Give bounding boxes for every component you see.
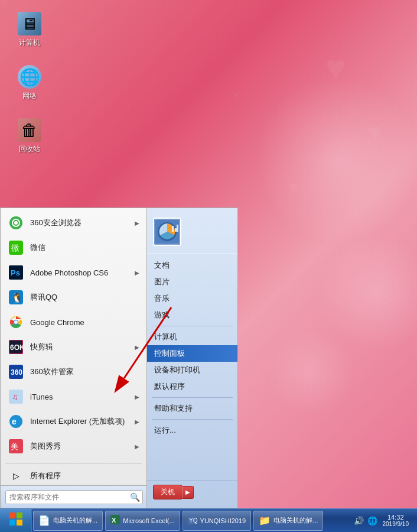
taskbar: 📄 电脑关机的解... X Microsoft Excel(... YQ YUN… — [0, 508, 417, 532]
svg-text:♫: ♫ — [12, 392, 18, 401]
submenu-arrow: ▶ — [135, 419, 139, 425]
svg-text:🐧: 🐧 — [11, 292, 23, 303]
start-menu-right-panel: 文档 图片 音乐 游戏 计算机 控制面板 设备和打印机 默认程序 — [146, 207, 238, 508]
clock-date: 2019/9/10 — [383, 521, 409, 527]
kuaijian-icon: 6OK — [8, 339, 24, 355]
start-button[interactable] — [0, 509, 32, 533]
taskbar-label-2: Microsoft Excel(... — [123, 517, 174, 524]
start-item-itunes[interactable]: ♫ iTunes ▶ — [1, 384, 146, 409]
desktop-icon-network[interactable]: 网络 — [9, 65, 50, 101]
right-divider-3 — [152, 419, 233, 420]
search-button[interactable]: 🔍 — [128, 490, 142, 504]
taskbar-label-1: 电脑关机的解... — [53, 516, 97, 525]
shutdown-arrow-button[interactable]: ▶ — [182, 486, 194, 499]
taskbar-item-2[interactable]: X Microsoft Excel(... — [105, 511, 180, 531]
start-divider — [5, 463, 142, 464]
start-item-photoshop-label: Adobe Photoshop CS6 — [30, 268, 135, 277]
taskbar-icon-3: YQ — [188, 515, 197, 527]
start-item-itunes-label: iTunes — [30, 392, 135, 401]
svg-rect-32 — [17, 512, 22, 518]
start-item-qq[interactable]: 🐧 腾讯QQ — [1, 285, 146, 310]
right-item-docs[interactable]: 文档 — [147, 257, 237, 274]
start-item-meitu[interactable]: 美 美图秀秀 ▶ — [1, 434, 146, 459]
all-programs-icon: ▷ — [8, 468, 24, 484]
right-item-control-label: 控制面板 — [154, 348, 185, 359]
system-tray: 🔊 🌐 14:32 2019/9/10 — [352, 514, 418, 527]
svg-rect-27 — [172, 226, 174, 232]
start-item-wechat[interactable]: 微 微信 — [1, 235, 146, 260]
network-icon-label: 网络 — [22, 91, 37, 101]
start-item-360soft[interactable]: 360 360软件管家 — [1, 359, 146, 384]
right-item-docs-label: 文档 — [154, 260, 170, 271]
start-item-photoshop[interactable]: Ps Adobe Photoshop CS6 ▶ — [1, 260, 146, 285]
computer-icon — [18, 12, 41, 35]
start-menu: 360安全浏览器 ▶ 微 微信 — [0, 207, 238, 508]
ie-icon: e — [8, 413, 24, 430]
svg-text:微: 微 — [11, 243, 19, 252]
360browser-icon — [8, 215, 24, 231]
start-item-ie-label: Internet Explorer (无加载项) — [30, 416, 135, 427]
start-search-bar: 🔍 — [1, 485, 146, 508]
desktop-icon-recycle[interactable]: 回收站 — [9, 118, 50, 154]
svg-point-5 — [14, 221, 18, 225]
heart-decoration: ♥ — [325, 47, 346, 88]
wechat-icon: 微 — [8, 239, 24, 256]
submenu-arrow: ▶ — [135, 344, 139, 351]
right-item-help[interactable]: 帮助和支持 — [147, 400, 237, 417]
start-item-wechat-label: 微信 — [30, 242, 139, 253]
right-item-music[interactable]: 音乐 — [147, 290, 237, 307]
submenu-arrow: ▶ — [135, 270, 139, 276]
svg-point-14 — [14, 320, 18, 324]
360soft-icon: 360 — [8, 364, 24, 380]
qq-icon: 🐧 — [8, 289, 24, 306]
photoshop-icon: Ps — [8, 264, 24, 281]
start-item-meitu-label: 美图秀秀 — [30, 441, 135, 452]
right-divider — [152, 326, 233, 326]
start-item-chrome[interactable]: Google Chrome — [1, 310, 146, 335]
taskbar-label-3: YUNQISHI2019 — [200, 517, 246, 524]
tray-icon-volume[interactable]: 🔊 — [354, 516, 364, 525]
svg-text:360: 360 — [11, 368, 22, 377]
right-item-defaults[interactable]: 默认程序 — [147, 378, 237, 395]
desktop: 计算机 网络 回收站 ♥ ♥ ♥ ♥ — [0, 0, 417, 532]
svg-rect-29 — [177, 225, 178, 232]
taskbar-item-3[interactable]: YQ YUNQISHI2019 — [183, 511, 252, 531]
submenu-arrow: ▶ — [135, 443, 139, 450]
search-input[interactable] — [5, 490, 143, 504]
svg-rect-33 — [9, 520, 15, 525]
right-item-computer[interactable]: 计算机 — [147, 329, 237, 345]
start-item-360browser-label: 360安全浏览器 — [30, 218, 135, 228]
right-item-run-label: 运行... — [154, 425, 176, 436]
shutdown-button[interactable]: 关机 — [153, 485, 183, 499]
tray-icon-network[interactable]: 🌐 — [367, 516, 377, 525]
windows-logo-icon — [9, 512, 22, 528]
right-item-control-panel[interactable]: 控制面板 — [147, 345, 237, 362]
user-avatar — [153, 218, 181, 246]
right-item-pics-label: 图片 — [154, 277, 170, 287]
start-item-chrome-label: Google Chrome — [30, 318, 139, 327]
right-item-games-label: 游戏 — [154, 310, 170, 320]
svg-rect-31 — [9, 512, 15, 518]
right-item-help-label: 帮助和支持 — [154, 403, 193, 414]
start-item-ie[interactable]: e Internet Explorer (无加载项) ▶ — [1, 409, 146, 434]
start-item-all-programs[interactable]: ▷ 所有程序 — [1, 466, 146, 485]
start-item-kuaijian[interactable]: 6OK 快剪辑 ▶ — [1, 335, 146, 359]
taskbar-item-1[interactable]: 📄 电脑关机的解... — [33, 511, 103, 531]
clock-time: 14:32 — [383, 514, 409, 521]
user-profile — [147, 213, 237, 254]
right-item-devices[interactable]: 设备和打印机 — [147, 362, 237, 378]
right-item-run[interactable]: 运行... — [147, 422, 237, 439]
svg-text:美: 美 — [11, 442, 18, 451]
shutdown-bar: 关机 ▶ — [147, 481, 237, 503]
taskbar-item-4[interactable]: 📁 电脑关机的解... — [253, 511, 323, 531]
system-clock[interactable]: 14:32 2019/9/10 — [379, 514, 413, 527]
start-item-360browser[interactable]: 360安全浏览器 ▶ — [1, 210, 146, 235]
start-menu-apps-list: 360安全浏览器 ▶ 微 微信 — [1, 208, 146, 461]
right-item-defaults-label: 默认程序 — [154, 381, 185, 392]
right-item-games[interactable]: 游戏 — [147, 307, 237, 323]
right-item-pics[interactable]: 图片 — [147, 274, 237, 290]
network-icon — [18, 65, 41, 89]
heart-decoration: ♥ — [233, 89, 240, 102]
desktop-icon-computer[interactable]: 计算机 — [9, 12, 50, 48]
taskbar-icon-4: 📁 — [259, 515, 271, 526]
